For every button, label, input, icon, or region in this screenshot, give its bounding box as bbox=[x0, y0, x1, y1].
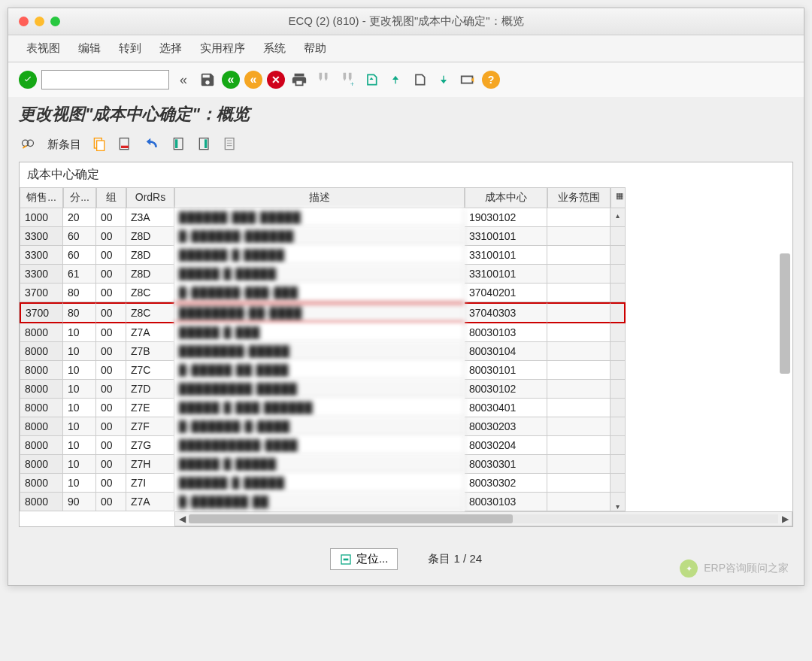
help-button[interactable]: ? bbox=[482, 71, 500, 89]
cell-biz[interactable] bbox=[547, 302, 611, 323]
cell-sales[interactable]: 3300 bbox=[20, 227, 63, 246]
table-row[interactable]: 33006000Z8D██████ █ █████33100101 bbox=[20, 246, 792, 265]
minimize-window-button[interactable] bbox=[35, 17, 44, 26]
cell-desc[interactable]: █████ █ █████ bbox=[174, 265, 465, 284]
cell-cost[interactable]: 33100101 bbox=[465, 265, 547, 284]
cell-cost[interactable]: 80030101 bbox=[465, 361, 547, 380]
cell-cost[interactable]: 80030302 bbox=[465, 474, 547, 493]
cell-cost[interactable]: 80030204 bbox=[465, 436, 547, 455]
cell-biz[interactable] bbox=[547, 493, 611, 511]
v-scroll-gutter[interactable] bbox=[611, 342, 626, 361]
cell-ordrs[interactable]: Z7A bbox=[126, 323, 174, 342]
find-next-button[interactable]: + bbox=[338, 70, 357, 89]
exit-button[interactable]: « bbox=[244, 71, 262, 89]
cell-biz[interactable] bbox=[547, 455, 611, 474]
table-row[interactable]: 37008000Z8C████████-██-████37040303 bbox=[20, 302, 792, 323]
cell-grp[interactable]: 00 bbox=[96, 436, 126, 455]
col-desc[interactable]: 描述 bbox=[174, 187, 465, 208]
col-sales[interactable]: 销售... bbox=[20, 187, 63, 208]
cell-sales[interactable]: 8000 bbox=[20, 474, 63, 493]
cell-cost[interactable]: 80030104 bbox=[465, 342, 547, 361]
cell-div[interactable]: 80 bbox=[63, 284, 96, 302]
cell-ordrs[interactable]: Z7C bbox=[126, 361, 174, 380]
scroll-right-icon[interactable]: ▶ bbox=[778, 514, 792, 524]
menu-utilities[interactable]: 实用程序 bbox=[192, 40, 253, 57]
v-scroll-gutter[interactable]: ▴ bbox=[611, 208, 626, 227]
cell-div[interactable]: 10 bbox=[63, 399, 96, 417]
cell-cost[interactable]: 80030301 bbox=[465, 455, 547, 474]
cell-biz[interactable] bbox=[547, 380, 611, 399]
cell-div[interactable]: 10 bbox=[63, 380, 96, 399]
print-button[interactable] bbox=[289, 70, 309, 89]
cell-ordrs[interactable]: Z8D bbox=[126, 265, 174, 284]
menu-help[interactable]: 帮助 bbox=[296, 40, 334, 57]
cell-grp[interactable]: 00 bbox=[96, 417, 126, 436]
cell-biz[interactable] bbox=[547, 246, 611, 265]
cell-cost[interactable]: 33100101 bbox=[465, 246, 547, 265]
undo-button[interactable] bbox=[143, 136, 161, 153]
cell-sales[interactable]: 3300 bbox=[20, 265, 63, 284]
cell-grp[interactable]: 00 bbox=[96, 208, 126, 227]
cell-grp[interactable]: 00 bbox=[96, 302, 126, 323]
cell-sales[interactable]: 8000 bbox=[20, 455, 63, 474]
cell-grp[interactable]: 00 bbox=[96, 399, 126, 417]
cancel-button[interactable]: ✕ bbox=[267, 71, 285, 89]
menu-tableview[interactable]: 表视图 bbox=[19, 40, 68, 57]
cell-desc[interactable]: █████ █ █████ bbox=[174, 455, 465, 474]
cell-ordrs[interactable]: Z7B bbox=[126, 342, 174, 361]
cell-ordrs[interactable]: Z7H bbox=[126, 455, 174, 474]
back-button[interactable]: « bbox=[222, 71, 240, 89]
cell-div[interactable]: 10 bbox=[63, 323, 96, 342]
cell-div[interactable]: 10 bbox=[63, 342, 96, 361]
find-button[interactable] bbox=[314, 70, 333, 89]
cell-sales[interactable]: 3700 bbox=[20, 284, 63, 302]
menu-goto[interactable]: 转到 bbox=[111, 40, 149, 57]
cell-cost[interactable]: 80030103 bbox=[465, 323, 547, 342]
cell-div[interactable]: 90 bbox=[63, 493, 96, 511]
menu-select[interactable]: 选择 bbox=[152, 40, 189, 57]
v-scroll-gutter[interactable] bbox=[611, 417, 626, 436]
cell-biz[interactable] bbox=[547, 208, 611, 227]
cell-sales[interactable]: 8000 bbox=[20, 493, 63, 511]
new-session-button[interactable] bbox=[458, 70, 477, 89]
close-window-button[interactable] bbox=[19, 17, 29, 26]
table-row[interactable]: 33006100Z8D█████ █ █████33100101 bbox=[20, 265, 792, 284]
cell-grp[interactable]: 00 bbox=[96, 265, 126, 284]
cell-biz[interactable] bbox=[547, 399, 611, 417]
cell-desc[interactable]: ██████ █ █████ bbox=[174, 246, 465, 265]
cell-biz[interactable] bbox=[547, 323, 611, 342]
cell-grp[interactable]: 00 bbox=[96, 493, 126, 511]
cell-biz[interactable] bbox=[547, 342, 611, 361]
cell-ordrs[interactable]: Z7G bbox=[126, 436, 174, 455]
cell-sales[interactable]: 8000 bbox=[20, 323, 63, 342]
cell-ordrs[interactable]: Z8C bbox=[126, 284, 174, 302]
cell-biz[interactable] bbox=[547, 361, 611, 380]
cell-sales[interactable]: 8000 bbox=[20, 361, 63, 380]
cell-div[interactable]: 10 bbox=[63, 455, 96, 474]
cell-biz[interactable] bbox=[547, 227, 611, 246]
h-scroll-thumb[interactable] bbox=[189, 514, 513, 523]
cell-div[interactable]: 10 bbox=[63, 436, 96, 455]
cell-desc[interactable]: █-███████ ██ bbox=[174, 493, 465, 511]
cell-cost[interactable]: 19030102 bbox=[465, 208, 547, 227]
table-row[interactable]: 33006000Z8D█-██████-██████33100101 bbox=[20, 227, 792, 246]
cell-div[interactable]: 80 bbox=[63, 302, 96, 323]
cell-desc[interactable]: █████████ █████ bbox=[174, 380, 465, 399]
cell-sales[interactable]: 3700 bbox=[20, 302, 63, 323]
table-row[interactable]: 80001000Z7C█-█████ ██ ████80030101 bbox=[20, 361, 792, 380]
scroll-down-icon[interactable]: ▾ bbox=[611, 502, 625, 511]
col-cost[interactable]: 成本中心 bbox=[465, 187, 547, 208]
last-page-button[interactable] bbox=[434, 70, 453, 89]
table-row[interactable]: 80001000Z7F█-██████-█-████80030203 bbox=[20, 417, 792, 436]
scroll-up-icon[interactable]: ▴ bbox=[615, 211, 620, 220]
save-button[interactable] bbox=[198, 70, 217, 89]
cell-grp[interactable]: 00 bbox=[96, 455, 126, 474]
cell-cost[interactable]: 37040303 bbox=[465, 302, 547, 323]
menu-system[interactable]: 系统 bbox=[256, 40, 293, 57]
cell-desc[interactable]: █-██████-█-████ bbox=[174, 417, 465, 436]
cell-desc[interactable]: █-██████-███-███ bbox=[174, 284, 465, 302]
next-page-button[interactable] bbox=[410, 70, 429, 89]
col-ordrs[interactable]: OrdRs bbox=[126, 187, 174, 208]
scroll-left-icon[interactable]: ◀ bbox=[175, 514, 189, 524]
enter-button[interactable] bbox=[19, 71, 37, 89]
